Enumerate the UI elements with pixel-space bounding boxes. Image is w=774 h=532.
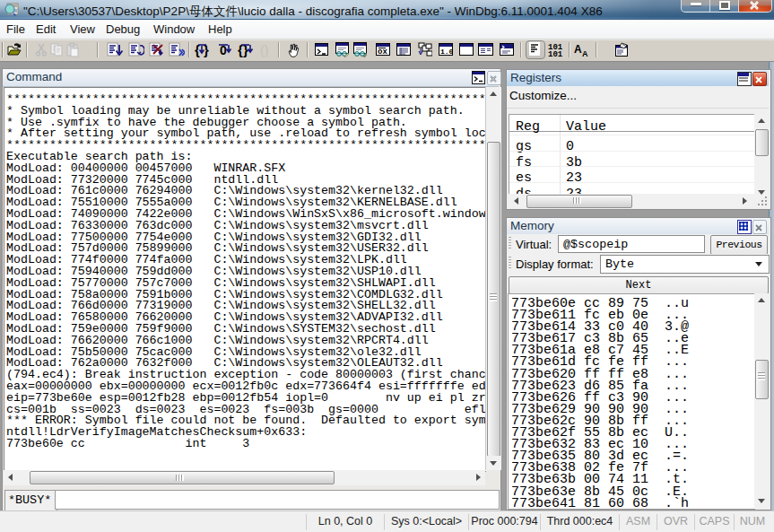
svg-text:1.0: 1.0 xyxy=(440,48,453,56)
svg-text:A: A xyxy=(582,49,588,57)
svg-text:ox: ox xyxy=(378,48,387,57)
svg-text:101: 101 xyxy=(548,50,563,57)
svg-text:(): () xyxy=(260,43,268,57)
svg-text:A: A xyxy=(574,43,582,56)
